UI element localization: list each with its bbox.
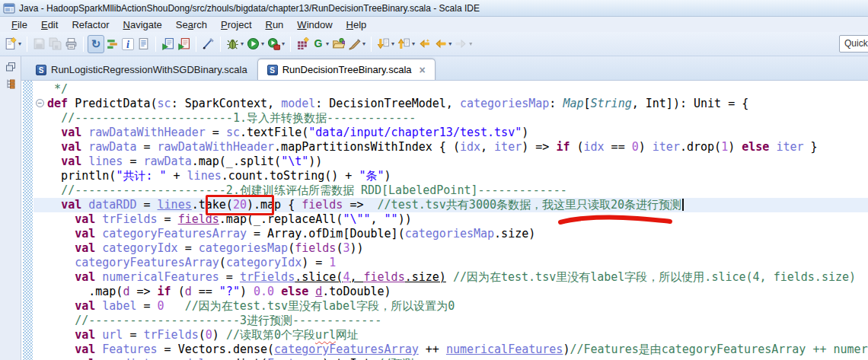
dropdown-arrow-icon[interactable]: ▾ bbox=[241, 40, 244, 47]
fold-collapse-icon[interactable]: − bbox=[36, 99, 44, 107]
scala-ide-window: Java - HadoopSparkMllibActionShouDong/sr… bbox=[0, 0, 868, 360]
text-cursor bbox=[682, 199, 684, 211]
code-line: def PredictData(sc: SparkContext, model:… bbox=[34, 97, 868, 111]
scala-file-icon: S bbox=[36, 65, 46, 75]
code-area: − */ def PredictData(sc: SparkContext, m… bbox=[34, 81, 868, 360]
toolbar-separator bbox=[220, 37, 221, 52]
dropdown-arrow-icon[interactable]: ▾ bbox=[326, 40, 329, 47]
toolbar-separator bbox=[155, 37, 156, 52]
package-explorer-icon[interactable] bbox=[5, 78, 17, 90]
dropdown-arrow-icon[interactable]: ▾ bbox=[282, 40, 285, 47]
print-icon[interactable] bbox=[63, 35, 79, 53]
code-lines: */ def PredictData(sc: SparkContext, mod… bbox=[34, 81, 868, 360]
menu-search[interactable]: Search bbox=[169, 18, 214, 31]
window-title: Java - HadoopSparkMllibActionShouDong/sr… bbox=[19, 3, 480, 14]
refresh-icon[interactable]: ↻ bbox=[88, 35, 104, 53]
code-line: val categoryFeaturesArray = Array.ofDim[… bbox=[34, 227, 868, 241]
menu-window[interactable]: Window bbox=[290, 18, 339, 31]
close-tab-icon[interactable]: × bbox=[420, 65, 426, 75]
restore-views-icon[interactable] bbox=[5, 61, 17, 73]
editor-tab-strip: SRunLogisticRegressionWithSGDBinary.scal… bbox=[21, 56, 868, 81]
menu-run[interactable]: Run bbox=[259, 18, 291, 31]
dropdown-arrow-icon[interactable]: ▾ bbox=[412, 40, 415, 47]
scala-file-icon: S bbox=[267, 65, 278, 75]
save-all-icon bbox=[47, 35, 63, 53]
tab-label: RunDecisionTreeBinary.scala bbox=[282, 64, 412, 75]
code-line: val numericalFeatures = trFields.slice(4… bbox=[34, 270, 868, 285]
code-line: //----------------------3进行预测-----------… bbox=[34, 314, 868, 328]
tab-label: RunLogisticRegressionWithSGDBinary.scala bbox=[51, 64, 247, 75]
new-java-project-icon[interactable] bbox=[295, 35, 311, 53]
code-line: val trFields = fields.map(_.replaceAll("… bbox=[34, 212, 868, 227]
toolbar-separator bbox=[196, 37, 196, 52]
code-editor[interactable]: − */ def PredictData(sc: SparkContext, m… bbox=[21, 81, 868, 360]
code-line: val label = 0 //因为在test.tsv里没有label字段，所以… bbox=[34, 299, 868, 314]
code-line: val Features = Vectors.dense(categoryFea… bbox=[34, 342, 868, 357]
mark-occurrences-icon[interactable] bbox=[104, 35, 120, 53]
app-icon bbox=[3, 2, 15, 14]
editor-tab-rundecisiontreebinary-scala[interactable]: SRunDecisionTreeBinary.scala× bbox=[257, 59, 436, 80]
code-line: .map(d => if (d == "?") 0.0 else d.toDou… bbox=[34, 285, 868, 299]
generate-icon[interactable]: G▾ bbox=[311, 35, 330, 53]
forward-icon: ▾ bbox=[453, 35, 474, 53]
export-jar-icon[interactable] bbox=[160, 35, 176, 53]
code-line: val lines = rawData.map(_.split("\t")) bbox=[34, 155, 868, 169]
menu-file[interactable]: File bbox=[5, 18, 34, 31]
toolbar-group bbox=[198, 34, 219, 54]
toolbar-group bbox=[29, 34, 81, 54]
debug-icon[interactable]: ▾ bbox=[225, 35, 245, 53]
back-icon[interactable]: ▾ bbox=[432, 35, 453, 53]
format-source-icon[interactable] bbox=[136, 35, 152, 53]
menu-refactor[interactable]: Refactor bbox=[65, 18, 116, 31]
quick-access-input[interactable]: Quick bbox=[839, 35, 868, 53]
code-line: val predict = model.predict(Features).to… bbox=[34, 357, 868, 360]
dropdown-arrow-icon[interactable]: ▾ bbox=[261, 40, 264, 47]
toolbar-group: ▾▾▾ bbox=[222, 34, 289, 54]
save-icon bbox=[31, 35, 47, 53]
pin-editor-icon[interactable] bbox=[200, 35, 216, 53]
code-line-current: val dataRDD = lines.take(20).map { field… bbox=[34, 198, 868, 212]
toolbar-group: ↻i bbox=[85, 34, 154, 54]
code-line: val rawDataWithHeader = sc.textFile("dat… bbox=[34, 126, 868, 140]
quick-diff-strip bbox=[23, 81, 33, 360]
toolbar-separator bbox=[83, 37, 84, 52]
main-toolbar: ▾↻i▾▾▾G▾▾▾▾▾▾Quick bbox=[0, 32, 868, 56]
menu-navigate[interactable]: Navigate bbox=[116, 18, 169, 31]
toolbar-separator bbox=[290, 37, 291, 52]
toolbar-separator bbox=[27, 37, 27, 52]
info-icon[interactable]: i bbox=[120, 35, 136, 53]
toolbar-group: ▾▾▾▾ bbox=[373, 34, 476, 54]
run-icon[interactable]: ▾ bbox=[245, 35, 266, 53]
menu-help[interactable]: Help bbox=[340, 18, 374, 31]
code-line: //-----------------------1.导入并转换数据------… bbox=[34, 111, 868, 126]
toolbar-group: ▾ bbox=[0, 34, 25, 54]
title-bar[interactable]: Java - HadoopSparkMllibActionShouDong/sr… bbox=[0, 0, 868, 17]
code-line: println("共计: " + lines.count.toString() … bbox=[34, 169, 868, 183]
dropdown-arrow-icon[interactable]: ▾ bbox=[448, 40, 452, 47]
menu-edit[interactable]: Edit bbox=[34, 18, 65, 31]
dropdown-arrow-icon[interactable]: ▾ bbox=[18, 40, 21, 47]
new-wizard-icon[interactable]: ▾ bbox=[2, 35, 23, 53]
dropdown-arrow-icon[interactable]: ▾ bbox=[391, 40, 394, 47]
run-config-icon[interactable]: ▾ bbox=[266, 35, 286, 53]
last-edit-location-icon[interactable] bbox=[416, 35, 432, 53]
toolbar-separator bbox=[371, 37, 372, 52]
code-line: categoryFeaturesArray(categoryIdx) = 1 bbox=[34, 256, 868, 270]
minimized-views-rail bbox=[0, 56, 21, 360]
editor-tab-runlogisticregressionwithsgdbinary-scala[interactable]: SRunLogisticRegressionWithSGDBinary.scal… bbox=[26, 59, 257, 80]
code-line: val url = trFields(0) //读取第0个字段url网址 bbox=[34, 328, 868, 342]
prev-annotation-icon[interactable]: ▾ bbox=[396, 35, 416, 53]
menu-bar: FileEditRefactorNavigateSearchProjectRun… bbox=[0, 17, 868, 32]
menu-project[interactable]: Project bbox=[214, 18, 258, 31]
dropdown-arrow-icon[interactable]: ▾ bbox=[469, 40, 472, 47]
open-type-icon[interactable] bbox=[330, 35, 346, 53]
export-report-icon[interactable] bbox=[176, 35, 192, 53]
dropdown-arrow-icon[interactable]: ▾ bbox=[362, 40, 365, 47]
annotate-icon[interactable]: ▾ bbox=[346, 35, 367, 53]
code-line: val rawData = rawDataWithHeader.mapParti… bbox=[34, 140, 868, 155]
code-line: */ bbox=[34, 82, 868, 97]
toolbar-group bbox=[158, 34, 194, 54]
code-line: val categoryIdx = categoriesMap(fields(3… bbox=[34, 241, 868, 256]
next-annotation-icon[interactable]: ▾ bbox=[375, 35, 396, 53]
code-line: //----------------------2.创建训练评估所需数据 RDD… bbox=[34, 183, 868, 198]
